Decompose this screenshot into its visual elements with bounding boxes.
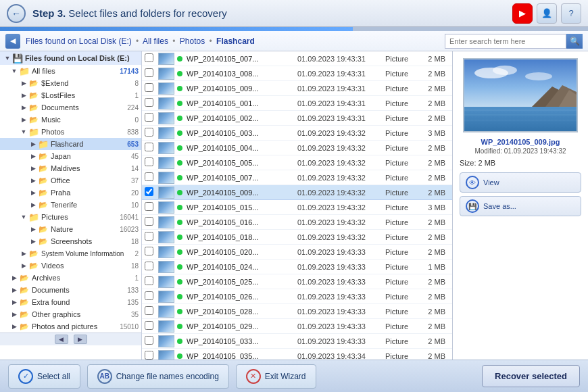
exit-wizard-button[interactable]: ✕ Exit Wizard <box>236 364 316 389</box>
sidebar-item-extend[interactable]: ▶ 📂 $Extend 8 <box>0 77 141 89</box>
file-list-scroll[interactable]: WP_20140105_007... 01.09.2023 19:43:31 P… <box>142 51 452 360</box>
row-checkbox[interactable] <box>145 217 155 228</box>
tree-toggle-photospictures[interactable]: ▶ <box>9 322 19 331</box>
tree-toggle-extrafound[interactable]: ▶ <box>9 297 19 307</box>
breadcrumb-back-button[interactable]: ◀ <box>5 34 20 49</box>
row-checkbox[interactable] <box>145 276 155 287</box>
table-row[interactable]: WP_20140105_020... 01.09.2023 19:43:33 P… <box>142 245 452 260</box>
tree-toggle-pictures[interactable]: ▼ <box>19 212 28 222</box>
table-row[interactable]: WP_20140105_035... 01.09.2023 19:43:34 P… <box>142 349 452 360</box>
row-checkbox[interactable] <box>145 53 155 64</box>
sidebar-item-screenshots[interactable]: ▶ 📂 Screenshots 18 <box>0 235 141 247</box>
sidebar-item-music[interactable]: ▶ 📂 Music 0 <box>0 114 141 126</box>
tree-toggle-allfiles[interactable]: ▼ <box>9 66 19 76</box>
tree-toggle-documents[interactable]: ▶ <box>19 103 28 112</box>
tree-toggle-sysvolume[interactable]: ▶ <box>19 249 28 258</box>
tree-toggle-documents2[interactable]: ▶ <box>9 285 19 295</box>
search-button[interactable]: 🔍 <box>566 34 583 49</box>
row-checkbox[interactable] <box>145 143 155 153</box>
table-row[interactable]: WP_20140105_024... 01.09.2023 19:43:33 P… <box>142 260 452 274</box>
sidebar-item-extrafound[interactable]: ▶ 📂 Extra found 135 <box>0 296 141 308</box>
tree-toggle-photos[interactable]: ▼ <box>19 127 28 137</box>
sidebar-item-flashcard[interactable]: ▶ 📁 Flashcard 653 <box>0 138 141 150</box>
youtube-button[interactable]: ▶ <box>512 3 533 24</box>
table-row[interactable]: WP_20140105_005... 01.09.2023 19:43:32 P… <box>142 155 452 170</box>
help-button[interactable]: ? <box>561 3 581 24</box>
tree-toggle-japan[interactable]: ▶ <box>28 151 38 161</box>
row-checkbox[interactable] <box>145 187 155 198</box>
sidebar-item-sysvolume[interactable]: ▶ 📂 System Volume Information 2 <box>0 247 141 260</box>
table-row[interactable]: WP_20140105_002... 01.09.2023 19:43:31 P… <box>142 111 452 126</box>
tree-toggle-lostfiles[interactable]: ▶ <box>19 91 28 100</box>
tree-toggle-screenshots[interactable]: ▶ <box>28 237 38 246</box>
tree-toggle-archives[interactable]: ▶ <box>9 273 19 283</box>
row-checkbox[interactable] <box>145 202 155 213</box>
tree-toggle-maldives[interactable]: ▶ <box>28 164 38 173</box>
search-input[interactable] <box>445 34 566 49</box>
sidebar-item-videos[interactable]: ▶ 📂 Videos 18 <box>0 260 141 272</box>
sidebar-item-nature[interactable]: ▶ 📂 Nature 16023 <box>0 223 141 235</box>
tree-toggle-root[interactable]: ▼ <box>3 53 12 63</box>
sidebar-item-archives[interactable]: ▶ 📂 Archives 1 <box>0 272 141 284</box>
sidebar-item-lostfiles[interactable]: ▶ 📂 $LostFiles 1 <box>0 89 141 101</box>
tree-toggle-videos[interactable]: ▶ <box>19 261 28 270</box>
sidebar-item-praha[interactable]: ▶ 📂 Praha 20 <box>0 187 141 199</box>
row-checkbox[interactable] <box>145 351 155 360</box>
table-row[interactable]: WP_20140105_015... 01.09.2023 19:43:32 P… <box>142 200 452 215</box>
table-row[interactable]: WP_20140105_016... 01.09.2023 19:43:32 P… <box>142 215 452 230</box>
user-button[interactable]: 👤 <box>537 3 557 24</box>
table-row[interactable]: WP_20140105_026... 01.09.2023 19:43:33 P… <box>142 289 452 304</box>
sidebar-item-maldives[interactable]: ▶ 📂 Maldives 14 <box>0 162 141 174</box>
scroll-right-button[interactable]: ▶ <box>74 335 87 344</box>
row-checkbox[interactable] <box>145 232 155 243</box>
sidebar-item-documents[interactable]: ▶ 📂 Documents 224 <box>0 101 141 114</box>
sidebar-item-root[interactable]: ▼ 💾 Files found on Local Disk (E:) <box>0 51 141 65</box>
table-row[interactable]: WP_20140105_018... 01.09.2023 19:43:32 P… <box>142 230 452 245</box>
table-row[interactable]: WP_20140105_001... 01.09.2023 19:43:31 P… <box>142 96 452 111</box>
tree-toggle-tenerife[interactable]: ▶ <box>28 200 38 210</box>
encoding-button[interactable]: AB Change file names encoding <box>87 364 229 389</box>
sidebar-item-allfiles[interactable]: ▼ 📁 All files 17143 <box>0 65 141 77</box>
table-row[interactable]: WP_20140103_008... 01.09.2023 19:43:31 P… <box>142 66 452 81</box>
row-checkbox[interactable] <box>145 98 155 109</box>
table-row[interactable]: WP_20140105_007... 01.09.2023 19:43:31 P… <box>142 51 452 66</box>
sidebar-item-tenerife[interactable]: ▶ 📂 Tenerife 10 <box>0 199 141 211</box>
sidebar-item-photospictures[interactable]: ▶ 📂 Photos and pictures 15010 <box>0 320 141 333</box>
tree-toggle-flashcard[interactable]: ▶ <box>28 139 38 149</box>
row-checkbox[interactable] <box>145 291 155 302</box>
sidebar-item-photos[interactable]: ▼ 📁 Photos 838 <box>0 126 141 138</box>
sidebar-item-office[interactable]: ▶ 📂 Office 37 <box>0 174 141 187</box>
view-button[interactable]: 👁 View <box>460 172 581 193</box>
back-button[interactable]: ← <box>7 4 26 23</box>
scroll-left-button[interactable]: ◀ <box>55 335 68 344</box>
table-row[interactable]: WP_20140105_025... 01.09.2023 19:43:33 P… <box>142 274 452 289</box>
sidebar-item-othergraphics[interactable]: ▶ 📂 Other graphics 35 <box>0 308 141 320</box>
table-row[interactable]: WP_20140105_004... 01.09.2023 19:43:32 P… <box>142 141 452 155</box>
row-checkbox[interactable] <box>145 113 155 124</box>
select-all-button[interactable]: ✓ Select all <box>8 364 80 389</box>
row-checkbox[interactable] <box>145 321 155 332</box>
tree-toggle-nature[interactable]: ▶ <box>28 224 38 234</box>
recover-selected-button[interactable]: Recover selected <box>482 365 580 387</box>
table-row[interactable]: WP_20140105_009... 01.09.2023 19:43:32 P… <box>142 185 452 200</box>
row-checkbox[interactable] <box>145 247 155 258</box>
table-row[interactable]: WP_20140105_007... 01.09.2023 19:43:32 P… <box>142 170 452 185</box>
tree-toggle-extend[interactable]: ▶ <box>19 78 28 88</box>
table-row[interactable]: WP_20140105_028... 01.09.2023 19:43:33 P… <box>142 304 452 319</box>
row-checkbox[interactable] <box>145 68 155 79</box>
tree-toggle-praha[interactable]: ▶ <box>28 188 38 197</box>
row-checkbox[interactable] <box>145 128 155 139</box>
sidebar-item-japan[interactable]: ▶ 📂 Japan 45 <box>0 150 141 162</box>
sidebar-item-documents2[interactable]: ▶ 📂 Documents 133 <box>0 284 141 296</box>
row-checkbox[interactable] <box>145 83 155 94</box>
table-row[interactable]: WP_20140105_029... 01.09.2023 19:43:33 P… <box>142 319 452 334</box>
table-row[interactable]: WP_20140105_009... 01.09.2023 19:43:31 P… <box>142 81 452 96</box>
tree-toggle-office[interactable]: ▶ <box>28 176 38 185</box>
row-checkbox[interactable] <box>145 172 155 183</box>
table-row[interactable]: WP_20140105_033... 01.09.2023 19:43:33 P… <box>142 334 452 349</box>
save-as-button[interactable]: 💾 Save as... <box>460 196 581 216</box>
row-checkbox[interactable] <box>145 262 155 272</box>
row-checkbox[interactable] <box>145 157 155 168</box>
tree-toggle-othergraphics[interactable]: ▶ <box>9 310 19 319</box>
sidebar-item-pictures[interactable]: ▼ 📁 Pictures 16041 <box>0 211 141 223</box>
